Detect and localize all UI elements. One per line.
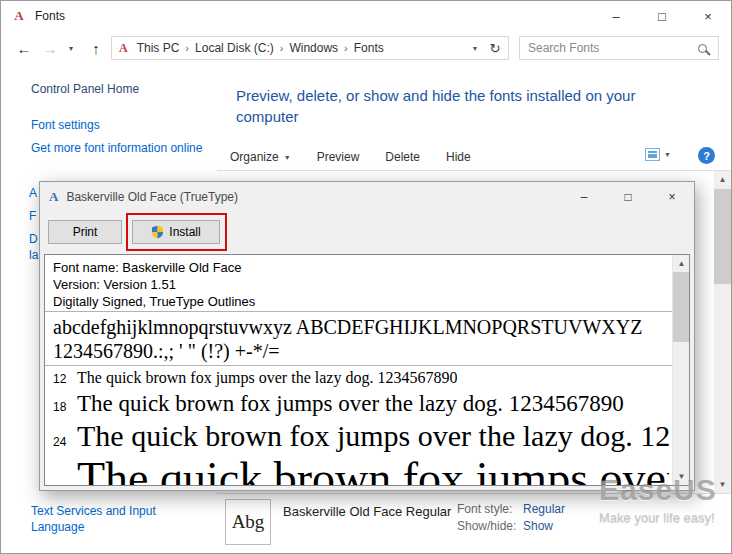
dialog-title: Baskerville Old Face (TrueType) xyxy=(66,190,238,204)
preview-scrollbar[interactable]: ▲ ▼ xyxy=(672,255,689,485)
install-button[interactable]: Install xyxy=(132,220,220,244)
sidebar-item-control-panel-home[interactable]: Control Panel Home xyxy=(31,81,139,97)
uac-shield-icon xyxy=(151,225,164,239)
font-style-value: Regular xyxy=(523,502,565,516)
command-toolbar: Organize ▼ Preview Delete Hide xyxy=(217,144,484,170)
window-controls: – □ × xyxy=(593,1,731,31)
detail-pane: Abg Baskerville Old Face Regular Font st… xyxy=(217,493,731,553)
dialog-title-bar: A Baskerville Old Face (TrueType) – □ × xyxy=(40,182,694,212)
fonts-window: A Fonts – □ × ← → ▼ ↑ A This PC › Local … xyxy=(0,0,732,554)
sample-text: The quick brown fox jumps over the lazy … xyxy=(77,369,457,387)
divider xyxy=(45,311,672,312)
fonts-folder-icon: A xyxy=(119,41,128,56)
close-button[interactable]: × xyxy=(685,1,731,31)
sidebar-item-font-settings[interactable]: Font settings xyxy=(31,117,100,133)
chevron-down-icon: ▼ xyxy=(284,154,291,161)
font-preview-dialog: A Baskerville Old Face (TrueType) – □ × … xyxy=(39,181,695,491)
font-version-line: Version: Version 1.51 xyxy=(53,276,665,293)
address-dropdown-icon[interactable]: ▼ xyxy=(466,45,484,52)
page-title: Preview, delete, or show and hide the fo… xyxy=(236,85,668,127)
search-box[interactable] xyxy=(519,36,719,60)
font-info: Font name: Baskerville Old Face Version:… xyxy=(53,259,665,310)
scroll-up-icon[interactable]: ▲ xyxy=(673,255,690,272)
sample-size-label: 36 xyxy=(53,483,77,486)
sample-text: The quick brown fox jumps over the lazy … xyxy=(77,419,669,453)
help-button[interactable]: ? xyxy=(698,147,715,164)
dialog-maximize-button[interactable]: □ xyxy=(606,182,650,211)
selected-font-name: Baskerville Old Face Regular xyxy=(283,504,451,519)
truetype-font-icon: A xyxy=(49,189,58,205)
sample-size-label: 18 xyxy=(53,400,77,414)
show-hide-value: Show xyxy=(523,519,553,533)
breadcrumb-local-disk[interactable]: Local Disk (C:) xyxy=(190,41,279,55)
minimize-button[interactable]: – xyxy=(593,1,639,31)
scrollbar-thumb[interactable] xyxy=(714,189,731,284)
breadcrumb-windows[interactable]: Windows xyxy=(284,41,343,55)
maximize-button[interactable]: □ xyxy=(639,1,685,31)
forward-button[interactable]: → xyxy=(37,35,63,61)
chevron-down-icon: ▼ xyxy=(664,151,671,158)
address-bar[interactable]: A This PC › Local Disk (C:) › Windows › … xyxy=(111,36,509,60)
sidebar-item-text-services[interactable]: Text Services and Input Language xyxy=(31,503,191,535)
breadcrumb-fonts[interactable]: Fonts xyxy=(349,41,389,55)
preview-button[interactable]: Preview xyxy=(304,150,373,164)
scroll-down-icon[interactable]: ▼ xyxy=(673,468,690,485)
breadcrumb-this-pc[interactable]: This PC xyxy=(132,41,185,55)
alphabet-sample: abcdefghijklmnopqrstuvwxyz ABCDEFGHIJKLM… xyxy=(53,315,665,363)
toolbar-divider xyxy=(217,170,731,171)
sidebar-item-get-more-font-info[interactable]: Get more font information online xyxy=(31,140,203,156)
title-bar: A Fonts – □ × xyxy=(1,1,731,31)
delete-button[interactable]: Delete xyxy=(372,150,433,164)
sample-row-24pt: 24 The quick brown fox jumps over the la… xyxy=(53,419,669,453)
fonts-app-icon: A xyxy=(11,8,27,24)
sample-row-36pt: 36 The quick brown fox jumps over xyxy=(53,452,669,486)
refresh-icon[interactable]: ↻ xyxy=(484,41,506,56)
scroll-down-icon[interactable]: ▼ xyxy=(714,476,731,493)
window-title: Fonts xyxy=(35,9,65,23)
dialog-minimize-button[interactable]: – xyxy=(562,182,606,211)
show-hide-label: Show/hide: xyxy=(457,519,516,533)
search-input[interactable] xyxy=(520,41,698,55)
history-dropdown-icon[interactable]: ▼ xyxy=(63,35,79,61)
alphabet-line-1: abcdefghijklmnopqrstuvwxyz ABCDEFGHIJKLM… xyxy=(53,315,665,339)
sidebar-item-fragment[interactable]: A xyxy=(29,185,37,201)
dialog-window-controls: – □ × xyxy=(562,182,694,211)
main-scrollbar[interactable]: ▲ ▼ xyxy=(714,171,731,493)
scrollbar-thumb[interactable] xyxy=(673,272,689,342)
sample-row-18pt: 18 The quick brown fox jumps over the la… xyxy=(53,391,669,417)
font-style-label: Font style: xyxy=(457,502,512,516)
font-preview-area: Font name: Baskerville Old Face Version:… xyxy=(44,254,690,486)
sample-text: The quick brown fox jumps over xyxy=(77,452,669,486)
list-view-icon xyxy=(645,148,660,161)
sidebar-item-fragment[interactable]: D xyxy=(29,231,38,247)
sample-text: The quick brown fox jumps over the lazy … xyxy=(77,391,624,417)
sample-row-12pt: 12 The quick brown fox jumps over the la… xyxy=(53,369,669,387)
sidebar-item-fragment[interactable]: F xyxy=(29,208,36,224)
search-icon[interactable] xyxy=(698,44,707,53)
font-preview-thumbnail: Abg xyxy=(225,499,271,545)
alphabet-line-2: 1234567890.:,; ' " (!?) +-*/= xyxy=(53,339,665,363)
navigation-bar: ← → ▼ ↑ A This PC › Local Disk (C:) › Wi… xyxy=(1,31,731,65)
scroll-up-icon[interactable]: ▲ xyxy=(714,171,731,188)
change-view-button[interactable]: ▼ xyxy=(645,148,671,161)
sidebar-item-fragment[interactable]: la xyxy=(29,247,38,263)
divider xyxy=(45,365,672,366)
hide-button[interactable]: Hide xyxy=(433,150,484,164)
organize-button[interactable]: Organize ▼ xyxy=(217,150,304,164)
up-button[interactable]: ↑ xyxy=(83,35,109,61)
print-button[interactable]: Print xyxy=(48,220,122,244)
sample-size-label: 12 xyxy=(53,372,77,386)
install-button-label: Install xyxy=(169,225,200,239)
font-signature-line: Digitally Signed, TrueType Outlines xyxy=(53,293,665,310)
font-name-line: Font name: Baskerville Old Face xyxy=(53,259,665,276)
back-button[interactable]: ← xyxy=(11,35,37,61)
sample-size-label: 24 xyxy=(53,435,77,449)
dialog-close-button[interactable]: × xyxy=(650,182,694,211)
